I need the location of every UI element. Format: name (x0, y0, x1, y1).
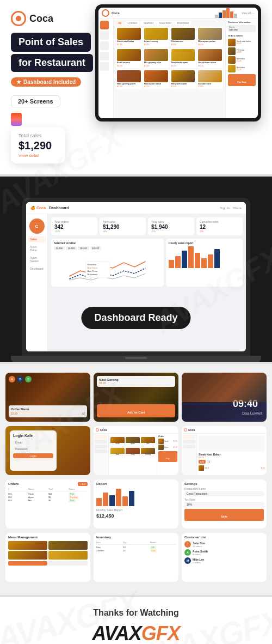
report-bar-1 (96, 498, 102, 506)
inv-row-2: Chicken 20 Low (96, 549, 176, 552)
food-price-9: $3.25 (117, 85, 141, 88)
pos2-order-1: Item 1 $3.25 (199, 465, 265, 471)
status-paid-2: Paid (69, 499, 76, 502)
screen-login: Login Kafe Email Password Login (5, 426, 90, 475)
td-total-1: $12 (48, 493, 67, 495)
dash-nav-ayam[interactable]: Ayam Bakar (28, 244, 46, 253)
settings-item-2: Tax Rate 10% (184, 498, 264, 507)
menu-item-1 (8, 541, 47, 550)
screens-row-2: Login Kafe Email Password Login Coca (5, 426, 267, 475)
table-header-1: Orders + Add (8, 482, 88, 486)
dash-nav-sales[interactable]: Sales (28, 236, 46, 242)
laptop-base (11, 356, 261, 362)
pos2-header: Coca (182, 426, 267, 434)
food-price-5: $3.25 (117, 64, 141, 67)
dash-nav-santen[interactable]: Ayam Santen (28, 254, 46, 264)
avatar-1: A (9, 376, 15, 382)
settings-save-btn[interactable]: Save (184, 509, 264, 521)
order-img-3 (228, 56, 236, 64)
food-img-8 (198, 49, 222, 61)
dashboard-badge-text: Dashboard Included (23, 79, 76, 85)
food-card-5: Kuah santen $3.25 (116, 48, 142, 68)
bar-7 (208, 254, 213, 268)
stat-change-1: +12% (54, 230, 94, 233)
login-email-input[interactable]: Email (13, 440, 53, 445)
col-header-id: # (8, 488, 27, 490)
report-subtitle: Monthly Sales Report (96, 508, 176, 512)
svg-text:Nusantara: Nusantara (87, 273, 97, 276)
order-item-4: Mie bakar $3.25 (228, 65, 256, 72)
food-card-6: Mie gepang telur $3.25 (143, 48, 169, 68)
pos-nav-4[interactable] (95, 449, 107, 453)
stat-value-3: $1,940 (151, 224, 191, 230)
screen-pos-2: Coca Steak Nasi Bakar $3.25 Add 1 (182, 426, 267, 475)
dash-main-content: Total orders 342 +12% Total sales $1,290… (48, 214, 246, 351)
pos-logo-dot (96, 428, 99, 432)
pos-nav-2[interactable] (95, 440, 107, 443)
td-status-1: Paid (69, 493, 88, 495)
line-chart-svg: Ganesha Asia Barat Asia Timur Nusantara (54, 252, 161, 282)
order-item-1: Steak nasi bakar $3.25 (228, 39, 256, 46)
pos-nav-3[interactable] (95, 445, 107, 448)
screen-ui-2: Nasi Goreng $8.99 Add to Cart (94, 373, 178, 422)
hero-text-area: Point of Sales for Restaurant ★ Dashboar… (11, 33, 93, 126)
table-column-headers-1: # Name Total Status (8, 488, 88, 491)
bar-2 (175, 256, 181, 268)
screen-preview-1: A B C Order Menu $3.25 x2 (5, 373, 90, 422)
td-id-1: 001 (8, 493, 27, 495)
logo-icon-inner (16, 16, 21, 21)
pos-order-panel: Order Steak $3.25 Ayam $5.50 Pay (157, 434, 178, 475)
pos-header-text: Coca (100, 428, 107, 432)
avatar-2: B (17, 376, 23, 382)
food-img-7 (171, 49, 195, 61)
inventory-headers: Item Qty Status (96, 541, 176, 545)
menu-btn-1[interactable] (8, 561, 47, 566)
tablet-screen-hero: Coca View All → (98, 8, 258, 118)
pos2-logo-dot (184, 428, 187, 432)
cust-orders-1: 12 orders (193, 545, 205, 548)
settings-item-1: Restaurant Name Coca Restaurant (184, 487, 264, 496)
mini-bar-chart (169, 246, 240, 268)
login-password-input[interactable]: Password (13, 446, 53, 451)
table-row-3: 003 Mie $6 Paid (8, 499, 88, 502)
screen-ui-3: 09:40 Daa Lukwet (182, 373, 267, 422)
pos2-nav-1[interactable] (183, 435, 195, 439)
screen-pos: Coca Steak (94, 426, 178, 475)
pos-order-item-2: Ayam $5.50 (158, 445, 177, 450)
food-price-6: $3.25 (144, 64, 168, 67)
menu-item-2 (48, 541, 88, 550)
menu-btn-2[interactable] (48, 561, 88, 566)
food-card-7: Nasi steak ayam $3.25 (170, 48, 196, 68)
pos2-nav-3[interactable] (183, 445, 195, 448)
screen-table-2: Report Monthly Sales Report $12,450 (94, 479, 178, 528)
logo-icon (11, 11, 26, 26)
food-img-6 (144, 49, 168, 61)
pos2-food-detail-img (199, 435, 265, 452)
screen-preview-2: Nasi Goreng $8.99 Add to Cart (94, 373, 178, 422)
stats-row: Total orders 342 +12% Total sales $1,290… (51, 217, 243, 235)
stat-value-1: 342 (54, 224, 94, 230)
table-add-btn[interactable]: + Add (78, 482, 88, 486)
cust-orders-2: 8 orders (193, 553, 208, 556)
table-title-1: Orders (8, 482, 77, 486)
view-detail-link[interactable]: View detail (18, 153, 58, 158)
pos2-nav-2[interactable] (183, 440, 195, 443)
hero-title-line2: for Restaurant (11, 54, 93, 72)
pos-order-item-1: Steak $3.25 (158, 439, 177, 444)
stat-total-sales: Total sales $1,290 +8% (100, 217, 146, 235)
dashboard-section: 🍊 Coca Dashboard Sign In Share C Sales (0, 177, 272, 362)
order-item-2: Filet nasi $3.25 (228, 47, 256, 55)
dashboard-badge-star: ★ (16, 79, 21, 85)
screens-section: A B C Order Menu $3.25 x2 Nasi Goreng (0, 364, 272, 595)
login-button[interactable]: Login (13, 453, 53, 458)
pos-nav-1[interactable] (95, 435, 107, 439)
sidebar-dot-4 (100, 52, 109, 60)
pos-food-5: Soup (126, 446, 140, 456)
report-total: $12,450 (96, 513, 176, 519)
dash-nav-dashboard[interactable]: Dashboard (28, 265, 46, 272)
tablet-content-area: All Chicken Seafood Nasi bowl Rice bowl … (98, 19, 258, 118)
bar-8 (214, 249, 220, 268)
report-bar-3 (109, 495, 115, 506)
report-bar-5 (122, 496, 128, 506)
pos-food-6: Goreng (141, 446, 155, 456)
